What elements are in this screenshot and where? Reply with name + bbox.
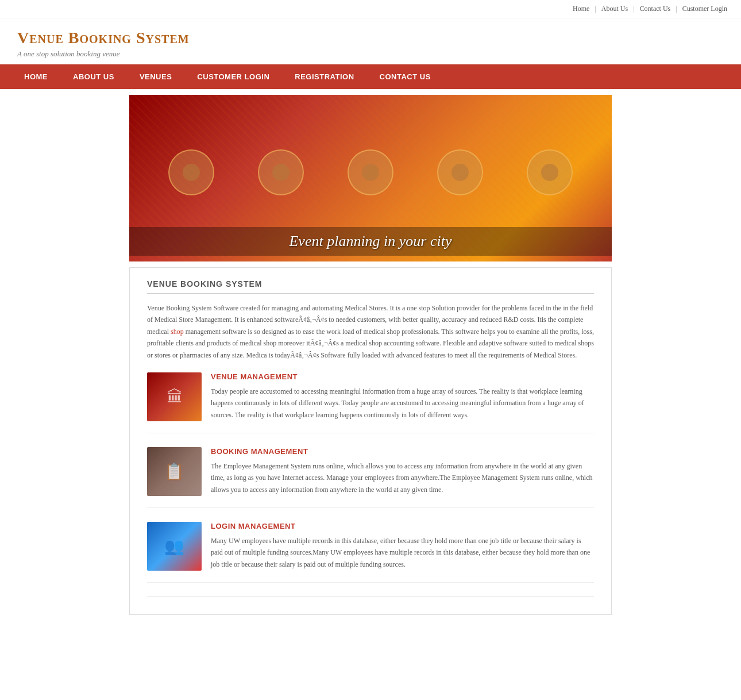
sep1: | bbox=[595, 5, 596, 13]
main-content: VENUE BOOKING SYSTEM Venue Booking Syste… bbox=[129, 267, 612, 615]
feature-login: 👥 LOGIN MANAGEMENT Many UW employees hav… bbox=[147, 522, 594, 583]
venue-title: VENUE MANAGEMENT bbox=[211, 372, 594, 381]
table-decor-1 bbox=[168, 149, 214, 195]
table-decor-5 bbox=[527, 149, 573, 195]
login-icon: 👥 bbox=[164, 537, 184, 556]
venue-thumbnail: 🏛 bbox=[147, 372, 202, 421]
sep2: | bbox=[633, 5, 634, 13]
hero-caption-text: Event planning in your city bbox=[289, 233, 451, 249]
login-thumbnail: 👥 bbox=[147, 522, 202, 571]
intro-paragraph: Venue Booking System Software created fo… bbox=[147, 302, 594, 361]
booking-thumb-bg: 📋 bbox=[147, 447, 202, 496]
nav-customer-login[interactable]: CUSTOMER LOGIN bbox=[184, 64, 282, 89]
booking-title: BOOKING MANAGEMENT bbox=[211, 447, 594, 456]
venue-icon: 🏛 bbox=[167, 387, 183, 406]
login-desc: Many UW employees have multiple records … bbox=[211, 535, 594, 570]
topbar-login-link[interactable]: Customer Login bbox=[682, 5, 727, 13]
table-decor-2 bbox=[258, 149, 304, 195]
topbar-contact-link[interactable]: Contact Us bbox=[640, 5, 671, 13]
hero-caption: Event planning in your city bbox=[129, 227, 612, 256]
booking-desc: The Employee Management System runs onli… bbox=[211, 460, 594, 495]
table-decor-3 bbox=[348, 149, 393, 195]
booking-icon: 📋 bbox=[164, 462, 184, 481]
booking-content: BOOKING MANAGEMENT The Employee Manageme… bbox=[211, 447, 594, 496]
topbar-about-link[interactable]: About Us bbox=[601, 5, 628, 13]
hero-tables bbox=[129, 106, 612, 239]
intro-shop-link[interactable]: shop bbox=[171, 328, 184, 336]
nav-venues[interactable]: VENUES bbox=[127, 64, 184, 89]
feature-venue: 🏛 VENUE MANAGEMENT Today people are accu… bbox=[147, 372, 594, 433]
nav-registration[interactable]: REGISTRATION bbox=[282, 64, 366, 89]
table-decor-4 bbox=[437, 149, 483, 195]
sep3: | bbox=[676, 5, 677, 13]
login-title: LOGIN MANAGEMENT bbox=[211, 522, 594, 530]
login-content: LOGIN MANAGEMENT Many UW employees have … bbox=[211, 522, 594, 571]
topbar-home-link[interactable]: Home bbox=[573, 5, 589, 13]
feature-booking: 📋 BOOKING MANAGEMENT The Employee Manage… bbox=[147, 447, 594, 508]
venue-desc: Today people are accustomed to accessing… bbox=[211, 386, 594, 421]
main-section-title: VENUE BOOKING SYSTEM bbox=[147, 279, 594, 294]
top-bar: Home | About Us | Contact Us | Customer … bbox=[0, 0, 741, 18]
footer-divider bbox=[147, 597, 594, 597]
venue-content: VENUE MANAGEMENT Today people are accust… bbox=[211, 372, 594, 421]
venue-thumb-bg: 🏛 bbox=[147, 372, 202, 421]
booking-thumbnail: 📋 bbox=[147, 447, 202, 496]
header: Venue Booking System A one stop solution… bbox=[0, 18, 741, 64]
main-nav: HOME ABOUT US VENUES CUSTOMER LOGIN REGI… bbox=[0, 64, 741, 89]
nav-about[interactable]: ABOUT US bbox=[60, 64, 127, 89]
site-subtitle: A one stop solution booking venue bbox=[17, 49, 724, 59]
hero-banner: Event planning in your city bbox=[129, 95, 612, 261]
site-title: Venue Booking System bbox=[17, 29, 724, 47]
login-thumb-bg: 👥 bbox=[147, 522, 202, 571]
nav-contact[interactable]: CONTACT US bbox=[367, 64, 443, 89]
nav-home[interactable]: HOME bbox=[11, 64, 60, 89]
